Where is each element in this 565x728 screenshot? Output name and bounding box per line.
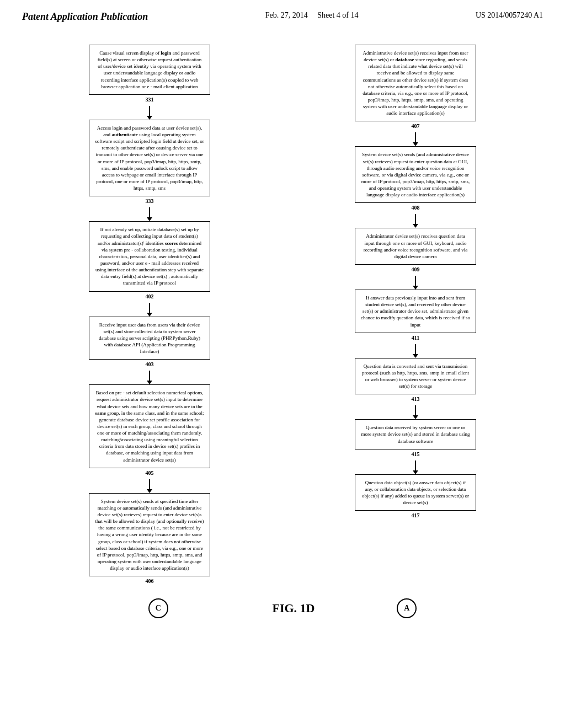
flow-item-415: Question data received by system server … — [355, 419, 476, 474]
flow-box-402: If not already set up, initiate database… — [89, 221, 210, 291]
box-408-text: System device set(s) sends (and administ… — [361, 152, 470, 197]
box-407-text: Administrative device set(s) receives in… — [363, 50, 468, 116]
box-333-text: Access login and password data at user d… — [95, 125, 204, 191]
flow-item-331: Cause visual screen display of login and… — [89, 45, 210, 120]
label-405: 405 — [146, 470, 154, 476]
box-411-text: If answer data previously input into and… — [361, 295, 470, 328]
page-container: Patent Application Publication Feb. 27, … — [0, 0, 565, 728]
arrow-405 — [147, 479, 152, 493]
arrow-402 — [147, 303, 152, 317]
flow-item-409: Administrator device set(s) receives que… — [355, 228, 476, 290]
flow-item-411: If answer data previously input into and… — [355, 290, 476, 358]
box-409-text: Administrator device set(s) receives que… — [364, 233, 468, 259]
flow-box-409: Administrator device set(s) receives que… — [355, 228, 476, 265]
box-402-text: If not already set up, initiate database… — [95, 227, 204, 286]
flow-item-405: Based on pre - set default selection num… — [89, 384, 210, 493]
box-403-text: Receive input user data from users via t… — [99, 322, 200, 355]
bottom-area: C FIG. 1D A — [22, 598, 543, 618]
box-415-text: Question data received by system server … — [361, 425, 470, 443]
left-column: Cause visual screen display of login and… — [22, 45, 277, 587]
flow-item-413: Question data is converted and sent via … — [355, 358, 476, 420]
box-405-text: Based on pre - set default selection num… — [95, 390, 204, 462]
right-column: Administrative device set(s) receives in… — [288, 45, 543, 587]
flow-item-402: If not already set up, initiate database… — [89, 221, 210, 316]
fig-label-area: FIG. 1D — [273, 601, 315, 615]
arrow-403 — [147, 371, 152, 384]
flow-item-406: System device set(s) sends at specified … — [89, 493, 210, 588]
label-415: 415 — [412, 451, 420, 457]
patent-number: US 2014/0057240 A1 — [476, 11, 543, 20]
circle-A: A — [397, 598, 417, 618]
publication-date: Feb. 27, 2014 — [265, 11, 308, 19]
sheet-info: Sheet 4 of 14 — [317, 11, 358, 19]
flow-box-407: Administrative device set(s) receives in… — [355, 45, 476, 121]
flow-box-333: Access login and password data at user d… — [89, 120, 210, 196]
label-411: 411 — [412, 335, 419, 341]
flow-box-413: Question data is converted and sent via … — [355, 358, 476, 395]
label-331: 331 — [146, 97, 154, 103]
circle-C: C — [148, 598, 168, 618]
arrow-411 — [413, 344, 418, 358]
box-417-text: Question data object(s) (or answer data … — [362, 480, 469, 505]
label-417: 417 — [412, 512, 420, 518]
flowchart-area: Cause visual screen display of login and… — [22, 45, 543, 587]
flow-box-417: Question data object(s) (or answer data … — [355, 474, 476, 511]
flow-box-405: Based on pre - set default selection num… — [89, 384, 210, 468]
label-407: 407 — [412, 123, 420, 129]
flow-box-411: If answer data previously input into and… — [355, 290, 476, 333]
flow-box-403: Receive input user data from users via t… — [89, 317, 210, 360]
circle-C-label: C — [156, 604, 161, 613]
publication-title: Patent Application Publication — [22, 11, 148, 23]
flow-item-403: Receive input user data from users via t… — [89, 317, 210, 385]
flow-box-415: Question data received by system server … — [355, 419, 476, 449]
flow-item-408: System device set(s) sends (and administ… — [355, 146, 476, 228]
arrow-415 — [413, 461, 418, 474]
arrow-413 — [413, 405, 418, 419]
label-409: 409 — [412, 266, 420, 272]
box-413-text: Question data is converted and sent via … — [362, 363, 469, 389]
label-333: 333 — [146, 198, 154, 204]
label-408: 408 — [412, 205, 420, 211]
page-header: Patent Application Publication Feb. 27, … — [22, 11, 543, 28]
flow-box-406: System device set(s) sends at specified … — [89, 493, 210, 577]
box-331-text: Cause visual screen display of login and… — [98, 50, 201, 89]
flow-box-331: Cause visual screen display of login and… — [89, 45, 210, 95]
circle-A-label: A — [404, 604, 409, 613]
arrow-333 — [147, 207, 152, 221]
fig-text: FIG. 1D — [273, 601, 315, 615]
arrow-408 — [413, 214, 418, 228]
label-402: 402 — [146, 293, 154, 299]
label-403: 403 — [146, 361, 154, 367]
arrow-407 — [413, 132, 418, 146]
flow-item-407: Administrative device set(s) receives in… — [355, 45, 476, 146]
flow-item-333: Access login and password data at user d… — [89, 120, 210, 221]
flow-item-417: Question data object(s) (or answer data … — [355, 474, 476, 522]
header-center: Feb. 27, 2014 Sheet 4 of 14 — [265, 11, 359, 20]
label-413: 413 — [412, 396, 420, 402]
arrow-409 — [413, 276, 418, 290]
box-406-text: System device set(s) sends at specified … — [95, 499, 204, 571]
arrow-331 — [147, 106, 152, 120]
flow-box-408: System device set(s) sends (and administ… — [355, 146, 476, 203]
label-406: 406 — [146, 578, 154, 584]
fig-label: FIG. 1D — [273, 601, 315, 615]
